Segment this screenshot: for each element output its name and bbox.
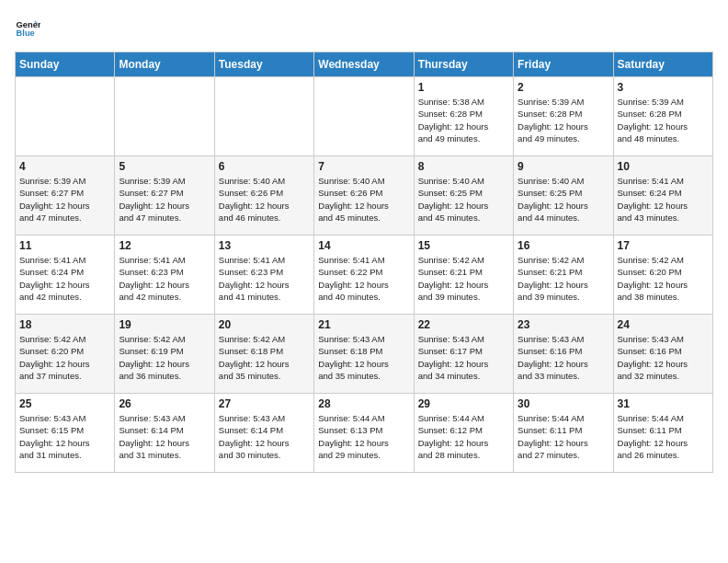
day-info: Sunrise: 5:41 AMSunset: 6:24 PMDaylight:… xyxy=(618,175,709,224)
day-header-sunday: Sunday xyxy=(16,52,115,77)
day-header-wednesday: Wednesday xyxy=(314,52,414,77)
day-info: Sunrise: 5:40 AMSunset: 6:25 PMDaylight:… xyxy=(418,175,509,224)
day-number: 29 xyxy=(418,397,509,410)
day-number: 25 xyxy=(19,397,110,410)
calendar-cell: 30Sunrise: 5:44 AMSunset: 6:11 PMDayligh… xyxy=(514,394,613,473)
calendar-cell: 2Sunrise: 5:39 AMSunset: 6:28 PMDaylight… xyxy=(514,77,613,156)
day-number: 2 xyxy=(518,81,609,94)
day-info: Sunrise: 5:42 AMSunset: 6:19 PMDaylight:… xyxy=(119,333,210,382)
calendar-cell: 22Sunrise: 5:43 AMSunset: 6:17 PMDayligh… xyxy=(414,315,513,394)
calendar-cell: 12Sunrise: 5:41 AMSunset: 6:23 PMDayligh… xyxy=(115,236,214,315)
day-number: 7 xyxy=(318,160,409,173)
day-header-friday: Friday xyxy=(514,52,613,77)
day-number: 24 xyxy=(618,318,709,331)
day-info: Sunrise: 5:43 AMSunset: 6:16 PMDaylight:… xyxy=(518,333,609,382)
day-info: Sunrise: 5:44 AMSunset: 6:12 PMDaylight:… xyxy=(418,412,509,461)
day-info: Sunrise: 5:43 AMSunset: 6:14 PMDaylight:… xyxy=(219,412,310,461)
calendar-cell: 5Sunrise: 5:39 AMSunset: 6:27 PMDaylight… xyxy=(115,156,214,236)
day-info: Sunrise: 5:42 AMSunset: 6:18 PMDaylight:… xyxy=(219,333,310,382)
calendar-week-row: 18Sunrise: 5:42 AMSunset: 6:20 PMDayligh… xyxy=(16,315,713,394)
day-number: 11 xyxy=(19,239,110,252)
day-header-thursday: Thursday xyxy=(414,52,513,77)
day-header-tuesday: Tuesday xyxy=(214,52,313,77)
day-number: 8 xyxy=(418,160,509,173)
calendar-cell xyxy=(16,77,115,156)
calendar-table: SundayMondayTuesdayWednesdayThursdayFrid… xyxy=(15,52,713,473)
day-info: Sunrise: 5:41 AMSunset: 6:23 PMDaylight:… xyxy=(219,254,310,303)
calendar-cell xyxy=(115,77,214,156)
day-number: 23 xyxy=(518,318,609,331)
day-info: Sunrise: 5:43 AMSunset: 6:15 PMDaylight:… xyxy=(19,412,110,461)
day-number: 22 xyxy=(418,318,509,331)
day-number: 9 xyxy=(518,160,609,173)
calendar-cell: 28Sunrise: 5:44 AMSunset: 6:13 PMDayligh… xyxy=(314,394,414,473)
calendar-cell: 13Sunrise: 5:41 AMSunset: 6:23 PMDayligh… xyxy=(214,236,313,315)
calendar-header-row: SundayMondayTuesdayWednesdayThursdayFrid… xyxy=(16,52,713,77)
calendar-cell xyxy=(214,77,313,156)
calendar-week-row: 11Sunrise: 5:41 AMSunset: 6:24 PMDayligh… xyxy=(16,236,713,315)
calendar-week-row: 1Sunrise: 5:38 AMSunset: 6:28 PMDaylight… xyxy=(16,77,713,156)
day-number: 16 xyxy=(518,239,609,252)
day-info: Sunrise: 5:40 AMSunset: 6:26 PMDaylight:… xyxy=(219,175,310,224)
day-number: 31 xyxy=(618,397,709,410)
day-info: Sunrise: 5:41 AMSunset: 6:22 PMDaylight:… xyxy=(318,254,409,303)
day-number: 3 xyxy=(618,81,709,94)
day-info: Sunrise: 5:43 AMSunset: 6:18 PMDaylight:… xyxy=(318,333,409,382)
calendar-cell: 15Sunrise: 5:42 AMSunset: 6:21 PMDayligh… xyxy=(414,236,513,315)
calendar-cell: 9Sunrise: 5:40 AMSunset: 6:25 PMDaylight… xyxy=(514,156,613,236)
calendar-cell: 24Sunrise: 5:43 AMSunset: 6:16 PMDayligh… xyxy=(613,315,712,394)
calendar-cell: 8Sunrise: 5:40 AMSunset: 6:25 PMDaylight… xyxy=(414,156,513,236)
calendar-cell: 1Sunrise: 5:38 AMSunset: 6:28 PMDaylight… xyxy=(414,77,513,156)
calendar-cell: 21Sunrise: 5:43 AMSunset: 6:18 PMDayligh… xyxy=(314,315,414,394)
day-number: 19 xyxy=(119,318,210,331)
calendar-cell: 16Sunrise: 5:42 AMSunset: 6:21 PMDayligh… xyxy=(514,236,613,315)
day-info: Sunrise: 5:42 AMSunset: 6:21 PMDaylight:… xyxy=(418,254,509,303)
svg-text:General: General xyxy=(17,20,40,29)
day-number: 14 xyxy=(318,239,409,252)
day-number: 20 xyxy=(219,318,310,331)
day-info: Sunrise: 5:43 AMSunset: 6:16 PMDaylight:… xyxy=(618,333,709,382)
logo: General Blue xyxy=(15,15,44,40)
day-number: 12 xyxy=(119,239,210,252)
day-info: Sunrise: 5:41 AMSunset: 6:24 PMDaylight:… xyxy=(19,254,110,303)
day-info: Sunrise: 5:39 AMSunset: 6:28 PMDaylight:… xyxy=(518,96,609,144)
calendar-cell: 7Sunrise: 5:40 AMSunset: 6:26 PMDaylight… xyxy=(314,156,414,236)
calendar-cell: 10Sunrise: 5:41 AMSunset: 6:24 PMDayligh… xyxy=(613,156,712,236)
logo-icon: General Blue xyxy=(15,15,40,40)
day-info: Sunrise: 5:44 AMSunset: 6:13 PMDaylight:… xyxy=(318,412,409,461)
calendar-cell: 17Sunrise: 5:42 AMSunset: 6:20 PMDayligh… xyxy=(613,236,712,315)
day-number: 6 xyxy=(219,160,310,173)
day-info: Sunrise: 5:39 AMSunset: 6:27 PMDaylight:… xyxy=(119,175,210,224)
calendar-week-row: 25Sunrise: 5:43 AMSunset: 6:15 PMDayligh… xyxy=(16,394,713,473)
day-header-monday: Monday xyxy=(115,52,214,77)
svg-text:Blue: Blue xyxy=(17,29,35,38)
day-info: Sunrise: 5:42 AMSunset: 6:20 PMDaylight:… xyxy=(19,333,110,382)
calendar-cell: 26Sunrise: 5:43 AMSunset: 6:14 PMDayligh… xyxy=(115,394,214,473)
calendar-cell: 4Sunrise: 5:39 AMSunset: 6:27 PMDaylight… xyxy=(16,156,115,236)
day-info: Sunrise: 5:39 AMSunset: 6:28 PMDaylight:… xyxy=(618,96,709,144)
calendar-cell: 20Sunrise: 5:42 AMSunset: 6:18 PMDayligh… xyxy=(214,315,313,394)
calendar-cell: 6Sunrise: 5:40 AMSunset: 6:26 PMDaylight… xyxy=(214,156,313,236)
day-number: 21 xyxy=(318,318,409,331)
day-number: 30 xyxy=(518,397,609,410)
day-info: Sunrise: 5:44 AMSunset: 6:11 PMDaylight:… xyxy=(518,412,609,461)
day-number: 17 xyxy=(618,239,709,252)
day-number: 27 xyxy=(219,397,310,410)
calendar-week-row: 4Sunrise: 5:39 AMSunset: 6:27 PMDaylight… xyxy=(16,156,713,236)
day-number: 28 xyxy=(318,397,409,410)
calendar-cell: 14Sunrise: 5:41 AMSunset: 6:22 PMDayligh… xyxy=(314,236,414,315)
calendar-body: 1Sunrise: 5:38 AMSunset: 6:28 PMDaylight… xyxy=(16,77,713,473)
calendar-cell: 25Sunrise: 5:43 AMSunset: 6:15 PMDayligh… xyxy=(16,394,115,473)
calendar-cell: 3Sunrise: 5:39 AMSunset: 6:28 PMDaylight… xyxy=(613,77,712,156)
day-number: 15 xyxy=(418,239,509,252)
calendar-cell: 23Sunrise: 5:43 AMSunset: 6:16 PMDayligh… xyxy=(514,315,613,394)
calendar-cell: 18Sunrise: 5:42 AMSunset: 6:20 PMDayligh… xyxy=(16,315,115,394)
day-info: Sunrise: 5:40 AMSunset: 6:25 PMDaylight:… xyxy=(518,175,609,224)
day-number: 1 xyxy=(418,81,509,94)
page-header: General Blue xyxy=(15,15,713,40)
day-header-saturday: Saturday xyxy=(613,52,712,77)
day-info: Sunrise: 5:39 AMSunset: 6:27 PMDaylight:… xyxy=(19,175,110,224)
day-info: Sunrise: 5:42 AMSunset: 6:20 PMDaylight:… xyxy=(618,254,709,303)
calendar-cell: 19Sunrise: 5:42 AMSunset: 6:19 PMDayligh… xyxy=(115,315,214,394)
day-info: Sunrise: 5:42 AMSunset: 6:21 PMDaylight:… xyxy=(518,254,609,303)
